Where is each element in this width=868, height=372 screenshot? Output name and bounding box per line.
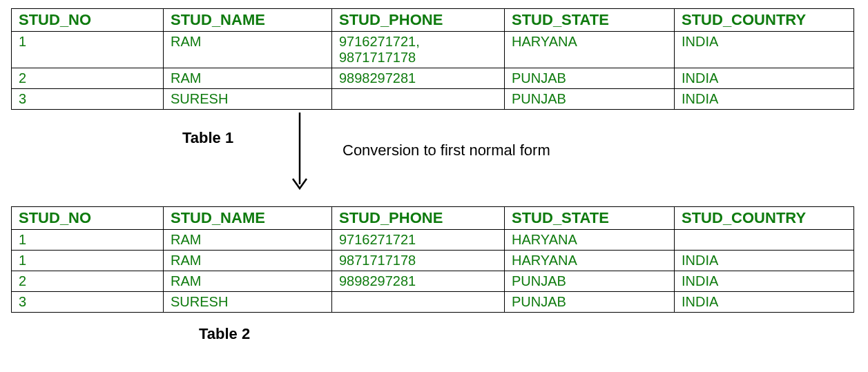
cell-stud-no: 2 — [12, 271, 164, 292]
header-stud-country: STUD_COUNTRY — [675, 207, 854, 230]
cell-stud-name: RAM — [164, 230, 332, 251]
header-stud-no: STUD_NO — [12, 9, 164, 32]
header-stud-name: STUD_NAME — [164, 207, 332, 230]
table-row: 1 RAM 9871717178 HARYANA INDIA — [12, 251, 854, 271]
phone-line: 9716271721, — [339, 34, 420, 49]
cell-stud-state: PUNJAB — [505, 271, 675, 292]
cell-stud-no: 1 — [12, 32, 164, 68]
cell-stud-state: HARYANA — [505, 251, 675, 271]
phone-line: 9871717178 — [339, 50, 416, 65]
cell-stud-no: 2 — [12, 68, 164, 89]
table-row: 1 RAM 9716271721 HARYANA — [12, 230, 854, 251]
table-2: STUD_NO STUD_NAME STUD_PHONE STUD_STATE … — [11, 206, 854, 313]
cell-stud-name: SURESH — [164, 292, 332, 313]
header-stud-phone: STUD_PHONE — [332, 9, 505, 32]
table-2-caption: Table 2 — [199, 325, 857, 343]
cell-stud-country: INDIA — [675, 251, 854, 271]
down-arrow-icon — [286, 112, 314, 194]
cell-stud-state: HARYANA — [505, 230, 675, 251]
cell-stud-country: INDIA — [675, 89, 854, 110]
header-stud-state: STUD_STATE — [505, 9, 675, 32]
header-stud-name: STUD_NAME — [164, 9, 332, 32]
table-header-row: STUD_NO STUD_NAME STUD_PHONE STUD_STATE … — [12, 207, 854, 230]
table-1-caption: Table 1 — [182, 129, 233, 147]
cell-stud-country: INDIA — [675, 271, 854, 292]
conversion-section: Table 1 Conversion to first normal form — [11, 112, 857, 202]
header-stud-state: STUD_STATE — [505, 207, 675, 230]
cell-stud-name: RAM — [164, 271, 332, 292]
cell-stud-phone: 9898297281 — [332, 271, 505, 292]
cell-stud-name: RAM — [164, 32, 332, 68]
cell-stud-country: INDIA — [675, 32, 854, 68]
cell-stud-phone: 9716271721 — [332, 230, 505, 251]
cell-stud-name: RAM — [164, 68, 332, 89]
cell-stud-phone: 9716271721, 9871717178 — [332, 32, 505, 68]
cell-stud-no: 3 — [12, 89, 164, 110]
cell-stud-name: SURESH — [164, 89, 332, 110]
cell-stud-state: PUNJAB — [505, 68, 675, 89]
cell-stud-no: 3 — [12, 292, 164, 313]
cell-stud-country: INDIA — [675, 68, 854, 89]
cell-stud-phone — [332, 89, 505, 110]
table-1: STUD_NO STUD_NAME STUD_PHONE STUD_STATE … — [11, 8, 854, 110]
table-row: 2 RAM 9898297281 PUNJAB INDIA — [12, 271, 854, 292]
cell-stud-country — [675, 230, 854, 251]
cell-stud-state: PUNJAB — [505, 89, 675, 110]
cell-stud-phone: 9898297281 — [332, 68, 505, 89]
table-row: 3 SURESH PUNJAB INDIA — [12, 292, 854, 313]
cell-stud-name: RAM — [164, 251, 332, 271]
header-stud-no: STUD_NO — [12, 207, 164, 230]
table-row: 2 RAM 9898297281 PUNJAB INDIA — [12, 68, 854, 89]
table-row: 3 SURESH PUNJAB INDIA — [12, 89, 854, 110]
cell-stud-phone: 9871717178 — [332, 251, 505, 271]
cell-stud-state: PUNJAB — [505, 292, 675, 313]
cell-stud-phone — [332, 292, 505, 313]
conversion-label: Conversion to first normal form — [343, 141, 550, 159]
cell-stud-no: 1 — [12, 251, 164, 271]
table-header-row: STUD_NO STUD_NAME STUD_PHONE STUD_STATE … — [12, 9, 854, 32]
cell-stud-state: HARYANA — [505, 32, 675, 68]
cell-stud-no: 1 — [12, 230, 164, 251]
header-stud-country: STUD_COUNTRY — [675, 9, 854, 32]
table-row: 1 RAM 9716271721, 9871717178 HARYANA IND… — [12, 32, 854, 68]
cell-stud-country: INDIA — [675, 292, 854, 313]
header-stud-phone: STUD_PHONE — [332, 207, 505, 230]
